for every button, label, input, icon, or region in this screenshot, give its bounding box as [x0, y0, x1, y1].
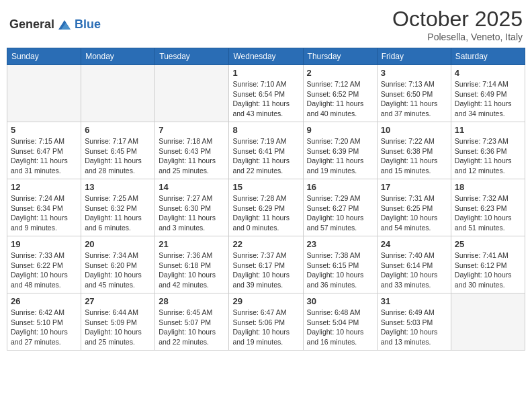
table-row: 10Sunrise: 7:22 AM Sunset: 6:38 PM Dayli…: [377, 122, 451, 179]
day-number: 1: [232, 68, 299, 78]
table-row: [451, 293, 525, 351]
day-info: Sunrise: 7:17 AM Sunset: 6:45 PM Dayligh…: [85, 136, 151, 176]
table-row: 30Sunrise: 6:48 AM Sunset: 5:04 PM Dayli…: [303, 293, 377, 351]
day-number: 10: [381, 125, 447, 135]
col-tuesday: Tuesday: [155, 48, 229, 65]
day-number: 3: [381, 68, 447, 78]
day-number: 2: [307, 68, 373, 78]
table-row: [7, 65, 81, 122]
table-row: 8Sunrise: 7:19 AM Sunset: 6:41 PM Daylig…: [229, 122, 303, 179]
col-monday: Monday: [81, 48, 155, 65]
table-row: [81, 65, 155, 122]
table-row: 5Sunrise: 7:15 AM Sunset: 6:47 PM Daylig…: [7, 122, 81, 179]
day-info: Sunrise: 7:14 AM Sunset: 6:49 PM Dayligh…: [455, 79, 521, 119]
day-info: Sunrise: 7:24 AM Sunset: 6:34 PM Dayligh…: [11, 193, 77, 233]
day-info: Sunrise: 7:22 AM Sunset: 6:38 PM Dayligh…: [381, 136, 447, 176]
day-info: Sunrise: 6:44 AM Sunset: 5:09 PM Dayligh…: [85, 308, 151, 347]
day-info: Sunrise: 7:10 AM Sunset: 6:54 PM Dayligh…: [232, 79, 299, 119]
table-row: 29Sunrise: 6:47 AM Sunset: 5:06 PM Dayli…: [229, 293, 303, 351]
day-info: Sunrise: 7:32 AM Sunset: 6:23 PM Dayligh…: [455, 193, 521, 233]
day-number: 17: [381, 182, 447, 192]
table-row: 3Sunrise: 7:13 AM Sunset: 6:50 PM Daylig…: [377, 65, 451, 122]
table-row: 17Sunrise: 7:31 AM Sunset: 6:25 PM Dayli…: [377, 179, 451, 236]
day-info: Sunrise: 6:42 AM Sunset: 5:10 PM Dayligh…: [11, 308, 77, 347]
day-info: Sunrise: 7:40 AM Sunset: 6:14 PM Dayligh…: [381, 250, 447, 290]
day-info: Sunrise: 7:13 AM Sunset: 6:50 PM Dayligh…: [381, 79, 447, 119]
day-info: Sunrise: 7:29 AM Sunset: 6:27 PM Dayligh…: [307, 193, 373, 233]
day-info: Sunrise: 7:25 AM Sunset: 6:32 PM Dayligh…: [85, 193, 151, 233]
table-row: 20Sunrise: 7:34 AM Sunset: 6:20 PM Dayli…: [81, 236, 155, 293]
table-row: [155, 65, 229, 122]
table-row: 31Sunrise: 6:49 AM Sunset: 5:03 PM Dayli…: [377, 293, 451, 351]
table-row: 27Sunrise: 6:44 AM Sunset: 5:09 PM Dayli…: [81, 293, 155, 351]
table-row: 13Sunrise: 7:25 AM Sunset: 6:32 PM Dayli…: [81, 179, 155, 236]
day-info: Sunrise: 7:28 AM Sunset: 6:29 PM Dayligh…: [232, 193, 299, 233]
day-info: Sunrise: 7:36 AM Sunset: 6:18 PM Dayligh…: [159, 250, 225, 290]
day-number: 16: [307, 182, 373, 192]
calendar-week-row: 19Sunrise: 7:33 AM Sunset: 6:22 PM Dayli…: [7, 236, 525, 293]
day-info: Sunrise: 7:18 AM Sunset: 6:43 PM Dayligh…: [159, 136, 225, 176]
day-info: Sunrise: 7:15 AM Sunset: 6:47 PM Dayligh…: [11, 136, 77, 176]
day-info: Sunrise: 7:31 AM Sunset: 6:25 PM Dayligh…: [381, 193, 447, 233]
day-info: Sunrise: 7:37 AM Sunset: 6:17 PM Dayligh…: [232, 250, 299, 290]
table-row: 26Sunrise: 6:42 AM Sunset: 5:10 PM Dayli…: [7, 293, 81, 351]
table-row: 15Sunrise: 7:28 AM Sunset: 6:29 PM Dayli…: [229, 179, 303, 236]
table-row: 7Sunrise: 7:18 AM Sunset: 6:43 PM Daylig…: [155, 122, 229, 179]
calendar-week-row: 5Sunrise: 7:15 AM Sunset: 6:47 PM Daylig…: [7, 122, 525, 179]
day-number: 12: [11, 182, 77, 192]
day-number: 13: [85, 182, 151, 192]
day-info: Sunrise: 6:48 AM Sunset: 5:04 PM Dayligh…: [307, 308, 373, 347]
day-info: Sunrise: 7:34 AM Sunset: 6:20 PM Dayligh…: [85, 250, 151, 290]
table-row: 14Sunrise: 7:27 AM Sunset: 6:30 PM Dayli…: [155, 179, 229, 236]
logo: General Blue: [9, 17, 101, 32]
calendar-location: Polesella, Veneto, Italy: [392, 32, 523, 42]
table-row: 2Sunrise: 7:12 AM Sunset: 6:52 PM Daylig…: [303, 65, 377, 122]
day-number: 19: [11, 239, 77, 249]
day-info: Sunrise: 7:41 AM Sunset: 6:12 PM Dayligh…: [455, 250, 521, 290]
day-number: 25: [455, 239, 521, 249]
table-row: 18Sunrise: 7:32 AM Sunset: 6:23 PM Dayli…: [451, 179, 525, 236]
day-number: 31: [381, 296, 447, 306]
table-row: 28Sunrise: 6:45 AM Sunset: 5:07 PM Dayli…: [155, 293, 229, 351]
day-info: Sunrise: 7:20 AM Sunset: 6:39 PM Dayligh…: [307, 136, 373, 176]
col-wednesday: Wednesday: [229, 48, 303, 65]
day-number: 27: [85, 296, 151, 306]
day-number: 21: [159, 239, 225, 249]
days-header-row: Sunday Monday Tuesday Wednesday Thursday…: [7, 48, 525, 65]
logo-blue: Blue: [75, 17, 101, 32]
title-block: October 2025 Polesella, Veneto, Italy: [392, 7, 523, 42]
table-row: 22Sunrise: 7:37 AM Sunset: 6:17 PM Dayli…: [229, 236, 303, 293]
col-sunday: Sunday: [7, 48, 81, 65]
calendar-week-row: 26Sunrise: 6:42 AM Sunset: 5:10 PM Dayli…: [7, 293, 525, 351]
day-number: 22: [232, 239, 299, 249]
day-info: Sunrise: 7:19 AM Sunset: 6:41 PM Dayligh…: [232, 136, 299, 176]
day-info: Sunrise: 7:12 AM Sunset: 6:52 PM Dayligh…: [307, 79, 373, 119]
day-info: Sunrise: 6:47 AM Sunset: 5:06 PM Dayligh…: [232, 308, 299, 347]
day-number: 4: [455, 68, 521, 78]
table-row: 11Sunrise: 7:23 AM Sunset: 6:36 PM Dayli…: [451, 122, 525, 179]
col-thursday: Thursday: [303, 48, 377, 65]
logo-icon: [57, 17, 72, 32]
day-info: Sunrise: 7:27 AM Sunset: 6:30 PM Dayligh…: [159, 193, 225, 233]
day-number: 8: [232, 125, 299, 135]
day-number: 14: [159, 182, 225, 192]
day-number: 29: [232, 296, 299, 306]
calendar-table: Sunday Monday Tuesday Wednesday Thursday…: [7, 48, 525, 351]
table-row: 24Sunrise: 7:40 AM Sunset: 6:14 PM Dayli…: [377, 236, 451, 293]
calendar-week-row: 1Sunrise: 7:10 AM Sunset: 6:54 PM Daylig…: [7, 65, 525, 122]
day-number: 23: [307, 239, 373, 249]
table-row: 19Sunrise: 7:33 AM Sunset: 6:22 PM Dayli…: [7, 236, 81, 293]
calendar-week-row: 12Sunrise: 7:24 AM Sunset: 6:34 PM Dayli…: [7, 179, 525, 236]
table-row: 9Sunrise: 7:20 AM Sunset: 6:39 PM Daylig…: [303, 122, 377, 179]
calendar-title: October 2025: [392, 7, 523, 32]
page-header: General Blue October 2025 Polesella, Ven…: [7, 7, 525, 42]
table-row: 6Sunrise: 7:17 AM Sunset: 6:45 PM Daylig…: [81, 122, 155, 179]
day-number: 7: [159, 125, 225, 135]
day-number: 5: [11, 125, 77, 135]
day-number: 6: [85, 125, 151, 135]
day-info: Sunrise: 7:33 AM Sunset: 6:22 PM Dayligh…: [11, 250, 77, 290]
day-number: 20: [85, 239, 151, 249]
day-number: 28: [159, 296, 225, 306]
day-number: 15: [232, 182, 299, 192]
table-row: 21Sunrise: 7:36 AM Sunset: 6:18 PM Dayli…: [155, 236, 229, 293]
